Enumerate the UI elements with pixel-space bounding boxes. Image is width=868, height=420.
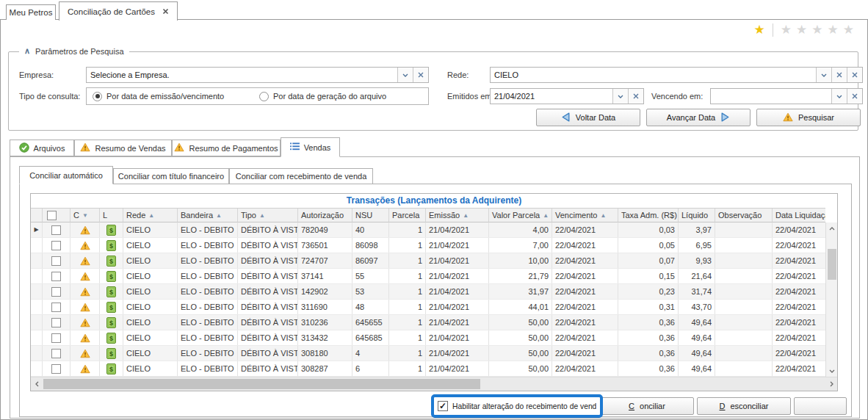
row-checkbox[interactable]	[51, 364, 61, 374]
table-row[interactable]: $ CIELO ELO - DEBITO DÉBITO À VISTA 1429…	[31, 284, 825, 300]
emitidos-em-datepicker[interactable]: 21/04/2021	[490, 88, 644, 104]
filter-down-icon[interactable]: ▼	[82, 212, 88, 219]
avancar-data-button[interactable]: Avançar Data	[646, 109, 751, 126]
column-header-valor-parcela[interactable]: Valor Parcela▲	[489, 209, 552, 222]
column-header-parcela[interactable]: Parcela	[389, 209, 426, 222]
tab-vendas[interactable]: Vendas	[281, 137, 340, 157]
row-checkbox[interactable]	[51, 287, 61, 297]
grid-title: Transações (Lançamentos da Adquirente)	[31, 194, 837, 208]
column-header-emissao[interactable]: Emissão▲	[426, 209, 489, 222]
radio-por-data-geracao[interactable]: Por data de geração do arquivo	[259, 92, 386, 101]
conciliar-button[interactable]: Conciliar	[600, 397, 694, 415]
row-select-cell[interactable]	[43, 253, 70, 268]
column-header-tipo[interactable]: Tipo▲	[238, 209, 298, 222]
table-row[interactable]: $ CIELO ELO - DEBITO DÉBITO À VISTA 7247…	[31, 253, 825, 269]
column-header-vencimento[interactable]: Vencimento▲	[552, 209, 618, 222]
subtab-conciliar-recebimento-venda[interactable]: Conciliar com recebimento de venda	[229, 168, 373, 184]
column-header-autorizacao[interactable]: Autorização	[298, 209, 352, 222]
checkbox-label[interactable]: Habilitar alteração do recebimento de ve…	[452, 402, 596, 410]
column-header-bandeira[interactable]: Bandeira▲	[178, 209, 238, 222]
tab-conciliacao-de-cartoes[interactable]: Conciliação de Cartões	[59, 1, 178, 21]
row-checkbox[interactable]	[51, 303, 61, 312]
row-checkbox[interactable]	[51, 225, 61, 235]
favorite-star-icon[interactable]: ★	[754, 23, 765, 37]
scroll-left-icon[interactable]	[31, 377, 43, 391]
chevron-down-icon[interactable]	[831, 89, 847, 104]
row-select-cell[interactable]	[43, 330, 70, 345]
tab-resumo-de-pagamentos[interactable]: Resumo de Pagamentos	[172, 140, 281, 156]
select-all-header[interactable]	[43, 209, 70, 222]
radio-icon[interactable]	[259, 92, 269, 101]
vencendo-em-datepicker[interactable]	[710, 88, 863, 104]
select-all-checkbox[interactable]	[47, 211, 57, 220]
subtab-conciliar-titulo-financeiro[interactable]: Conciliar com título financeiro	[113, 168, 229, 184]
emissao-cell: 21/04/2021	[426, 330, 489, 345]
tab-label: Conciliar com título financeiro	[118, 172, 224, 181]
column-header-l[interactable]: L	[100, 209, 123, 222]
close-icon[interactable]	[162, 8, 169, 15]
row-checkbox[interactable]	[51, 256, 61, 266]
rede-combobox[interactable]: CIELO	[490, 67, 863, 83]
collapse-icon[interactable]: ∧	[24, 46, 30, 56]
emitidos-em-value: 21/04/2021	[491, 89, 612, 104]
chevron-down-icon[interactable]	[612, 89, 628, 104]
clear-icon[interactable]	[847, 68, 862, 82]
table-row[interactable]: $ CIELO ELO - DEBITO DÉBITO À VISTA 3116…	[31, 300, 825, 315]
clear-icon[interactable]	[831, 68, 847, 82]
empresa-combobox[interactable]: Selecione a Empresa.	[86, 67, 429, 83]
radio-icon[interactable]	[93, 92, 102, 101]
clear-icon[interactable]	[628, 89, 643, 104]
row-checkbox[interactable]	[51, 333, 61, 343]
radio-por-data-emissao[interactable]: Por data de emissão/vencimento	[93, 92, 224, 101]
horizontal-scrollbar[interactable]	[31, 377, 837, 391]
nsu-cell: 4	[352, 346, 389, 361]
scroll-down-icon[interactable]	[826, 365, 838, 377]
tab-meu-petros[interactable]: Meu Petros	[6, 4, 56, 20]
column-header-rede[interactable]: Rede▲	[123, 209, 178, 222]
tab-arquivos[interactable]: Arquivos	[10, 140, 74, 156]
table-row[interactable]: ▶ $ CIELO ELO - DEBITO DÉBITO À VISTA 78…	[31, 222, 825, 238]
scroll-right-icon[interactable]	[825, 377, 837, 391]
table-row[interactable]: $ CIELO ELO - DEBITO DÉBITO À VISTA 3081…	[31, 346, 825, 361]
scroll-up-icon[interactable]	[826, 222, 838, 234]
clear-icon[interactable]	[413, 68, 428, 82]
column-header-observacao[interactable]: Observação	[715, 209, 773, 222]
column-header-nsu[interactable]: NSU	[352, 209, 389, 222]
desconciliar-button[interactable]: Desconciliar	[697, 397, 791, 415]
rede-cell: CIELO	[123, 346, 178, 361]
habilitar-alteracao-checkbox[interactable]: ✓	[438, 401, 448, 411]
table-row[interactable]: $ CIELO ELO - DEBITO DÉBITO À VISTA 3714…	[31, 269, 825, 284]
column-header-liquido[interactable]: Líquido	[679, 209, 715, 222]
voltar-data-button[interactable]: Voltar Data	[536, 109, 640, 126]
row-select-cell[interactable]	[43, 315, 70, 330]
column-header-c[interactable]: C▼	[70, 209, 100, 222]
row-select-cell[interactable]	[43, 238, 70, 253]
column-header-data-liquidacao[interactable]: Data Liquidação	[773, 209, 825, 222]
row-select-cell[interactable]	[43, 222, 70, 237]
vertical-scrollbar[interactable]	[825, 222, 837, 377]
chevron-down-icon[interactable]	[816, 68, 831, 82]
row-checkbox[interactable]	[51, 272, 61, 281]
row-select-cell[interactable]	[43, 300, 70, 314]
row-select-cell[interactable]	[43, 346, 70, 361]
scrollbar-thumb[interactable]	[828, 249, 836, 280]
table-row[interactable]: $ CIELO ELO - DEBITO DÉBITO À VISTA 3134…	[31, 330, 825, 346]
row-select-cell[interactable]	[43, 284, 70, 299]
row-checkbox[interactable]	[51, 241, 61, 250]
tab-resumo-de-vendas[interactable]: Resumo de Vendas	[74, 140, 172, 156]
scrollbar-thumb[interactable]	[43, 379, 480, 389]
clear-icon[interactable]	[847, 89, 862, 104]
row-select-cell[interactable]	[43, 361, 70, 376]
table-row[interactable]: $ CIELO ELO - DEBITO DÉBITO À VISTA 3082…	[31, 361, 825, 377]
pesquisar-button[interactable]: Pesquisar	[756, 109, 861, 126]
table-row[interactable]: $ CIELO ELO - DEBITO DÉBITO À VISTA 7365…	[31, 238, 825, 253]
unlabeled-button[interactable]	[794, 397, 847, 415]
rating-stars-icon[interactable]: ★★★★★	[781, 23, 858, 37]
table-row[interactable]: $ CIELO ELO - DEBITO DÉBITO À VISTA 3102…	[31, 315, 825, 330]
row-checkbox[interactable]	[51, 318, 61, 327]
row-select-cell[interactable]	[43, 269, 70, 283]
chevron-down-icon[interactable]	[397, 68, 413, 82]
row-checkbox[interactable]	[51, 349, 61, 358]
column-header-taxa-adm[interactable]: Taxa Adm. (R$)	[618, 209, 679, 222]
subtab-conciliar-automatico[interactable]: Conciliar automático	[19, 166, 113, 184]
